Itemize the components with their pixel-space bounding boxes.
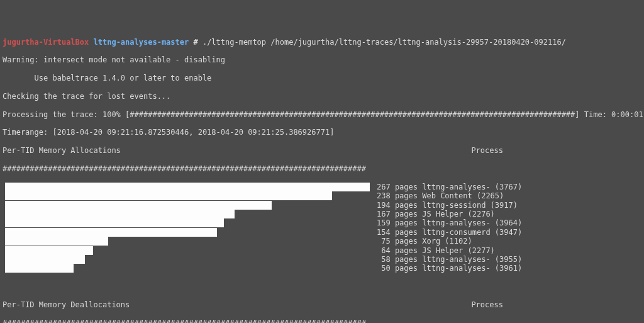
bar-label: 64 pages JS Helper (2277) xyxy=(377,246,495,255)
bar-label: 75 pages Xorg (1102) xyxy=(377,237,472,246)
alloc-col: Process xyxy=(471,146,503,155)
bar-fill xyxy=(5,255,85,264)
dealloc-col: Process xyxy=(471,300,503,309)
bar-row: 194 pages lttng-sessiond (3917) xyxy=(3,201,641,210)
bar-label: 159 pages lttng-analyses- (3964) xyxy=(377,218,522,227)
checking-line: Checking the trace for lost events... xyxy=(3,92,641,101)
bar-row: 167 pages JS Helper (2276) xyxy=(3,210,641,218)
bar-label: 154 pages lttng-consumerd (3947) xyxy=(377,228,522,237)
bar-label: 167 pages JS Helper (2276) xyxy=(377,210,495,218)
bar-row: 159 pages lttng-analyses- (3964) xyxy=(3,218,641,227)
bar-fill xyxy=(5,201,272,210)
timerange-line: Timerange: [2018-04-20 09:21:16.87253044… xyxy=(3,128,641,137)
bar-fill xyxy=(5,183,370,191)
bar-fill xyxy=(5,228,217,237)
bar-row: 58 pages lttng-analyses- (3955) xyxy=(3,255,641,264)
bar-fill xyxy=(5,237,108,246)
bar-fill xyxy=(5,210,235,218)
processing-line: Processing the trace: 100% [############… xyxy=(3,110,641,119)
user-host: jugurtha-VirtualBox xyxy=(3,38,89,47)
bar-fill xyxy=(5,218,224,227)
command: ./lttng-memtop /home/jugurtha/lttng-trac… xyxy=(203,38,566,47)
dealloc-hashline: ########################################… xyxy=(3,319,641,323)
working-dir: lttng-analyses-master xyxy=(94,38,189,47)
warning-line-2: Use babeltrace 1.4.0 or later to enable xyxy=(3,74,641,82)
alloc-header: Per-TID Memory AllocationsProcess xyxy=(3,146,641,155)
bar-label: 267 pages lttng-analyses- (3767) xyxy=(377,183,522,191)
bar-row: 267 pages lttng-analyses- (3767) xyxy=(3,183,641,191)
alloc-hashline: ########################################… xyxy=(3,164,641,173)
bar-label: 238 pages Web Content (2265) xyxy=(377,191,504,200)
bar-label: 58 pages lttng-analyses- (3955) xyxy=(377,255,522,264)
alloc-title: Per-TID Memory Allocations xyxy=(3,146,121,155)
bar-row: 50 pages lttng-analyses- (3961) xyxy=(3,264,641,273)
dealloc-title: Per-TID Memory Deallocations xyxy=(3,300,130,309)
bar-fill xyxy=(5,264,74,273)
dealloc-header: Per-TID Memory DeallocationsProcess xyxy=(3,300,641,309)
bar-row: 238 pages Web Content (2265) xyxy=(3,191,641,200)
bar-row: 75 pages Xorg (1102) xyxy=(3,237,641,246)
bar-row: 64 pages JS Helper (2277) xyxy=(3,246,641,255)
alloc-chart: 267 pages lttng-analyses- (3767)238 page… xyxy=(3,183,641,273)
warning-line-1: Warning: intersect mode not available - … xyxy=(3,55,641,64)
bar-label: 50 pages lttng-analyses- (3961) xyxy=(377,264,522,273)
prompt-sep: # xyxy=(189,38,203,47)
prompt-line-1: jugurtha-VirtualBox lttng-analyses-maste… xyxy=(3,38,641,47)
bar-fill xyxy=(5,191,332,200)
bar-label: 194 pages lttng-sessiond (3917) xyxy=(377,201,518,210)
bar-row: 154 pages lttng-consumerd (3947) xyxy=(3,228,641,237)
bar-fill xyxy=(5,246,93,255)
